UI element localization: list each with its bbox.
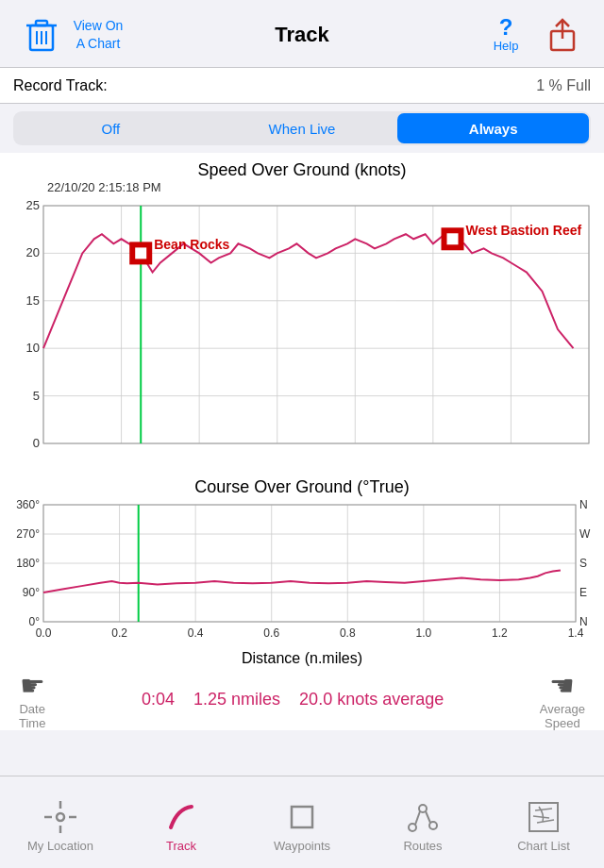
right-stat-label: AverageSpeed	[540, 702, 585, 730]
svg-line-19	[535, 809, 552, 810]
chart1-subtitle: 22/10/20 2:15:18 PM	[0, 180, 604, 196]
record-track-status: 1 % Full	[536, 77, 591, 94]
right-hand-icon: ☚	[549, 669, 575, 702]
tab-my-location-label: My Location	[27, 839, 93, 853]
help-label: Help	[494, 39, 519, 53]
segment-when-live[interactable]: When Live	[207, 113, 398, 143]
my-location-icon	[42, 799, 78, 835]
tab-routes[interactable]: Routes	[362, 792, 483, 853]
tab-track-label: Track	[166, 839, 196, 853]
chart2-title: Course Over Ground (°True)	[0, 470, 604, 497]
svg-point-13	[409, 824, 416, 831]
charts-container: Speed Over Ground (knots) 22/10/20 2:15:…	[0, 153, 604, 667]
share-button[interactable]	[534, 18, 591, 52]
stat-distance: 1.25 nmiles	[193, 690, 280, 709]
track-icon	[163, 799, 199, 835]
chart1-title: Speed Over Ground (knots)	[0, 153, 604, 180]
help-button[interactable]: ? Help	[478, 16, 534, 53]
tab-chart-list[interactable]: Chart List	[483, 792, 604, 853]
svg-point-14	[419, 805, 427, 812]
segment-control: Off When Live Always	[13, 111, 591, 145]
delete-button[interactable]	[13, 18, 70, 52]
svg-line-17	[426, 811, 430, 823]
left-stat-group: ☛ DateTime	[19, 669, 45, 730]
svg-point-7	[57, 813, 64, 821]
svg-line-21	[537, 820, 554, 823]
view-on-chart-button[interactable]: View OnA Chart	[70, 17, 126, 51]
right-stat-group: ☚ AverageSpeed	[540, 669, 585, 730]
tab-my-location[interactable]: My Location	[0, 792, 121, 853]
chart-list-icon	[526, 799, 562, 835]
tab-routes-label: Routes	[403, 839, 442, 853]
segment-off[interactable]: Off	[15, 113, 207, 143]
stat-duration: 0:04	[142, 690, 175, 709]
svg-line-16	[415, 811, 420, 825]
course-chart[interactable]	[0, 497, 604, 648]
tab-waypoints[interactable]: Waypoints	[242, 792, 362, 853]
svg-line-20	[533, 816, 549, 818]
tab-waypoints-label: Waypoints	[274, 839, 330, 853]
tab-chart-list-label: Chart List	[517, 839, 570, 853]
record-track-label: Record Track:	[13, 77, 108, 94]
tab-track[interactable]: Track	[121, 792, 242, 853]
tab-bar: My Location Track Waypoints Routes	[0, 776, 604, 868]
stat-speed: 20.0 knots average	[299, 690, 444, 709]
segment-always[interactable]: Always	[397, 113, 589, 143]
stats-values: 0:04 1.25 nmiles 20.0 knots average	[142, 690, 444, 709]
waypoints-icon	[284, 799, 320, 835]
stats-row: ☛ DateTime 0:04 1.25 nmiles 20.0 knots a…	[0, 667, 604, 730]
header: View OnA Chart Track ? Help	[0, 0, 604, 68]
view-on-chart-label: View OnA Chart	[74, 17, 124, 51]
help-icon: ?	[499, 16, 513, 39]
routes-icon	[405, 799, 441, 835]
left-stat-label: DateTime	[19, 702, 45, 730]
svg-point-15	[429, 822, 437, 829]
svg-rect-12	[292, 807, 312, 827]
record-track-bar: Record Track: 1 % Full	[0, 68, 604, 104]
x-axis-label: Distance (n.miles)	[0, 648, 604, 667]
speed-chart[interactable]	[0, 196, 604, 470]
left-hand-icon: ☛	[20, 669, 45, 702]
page-title: Track	[126, 23, 478, 47]
